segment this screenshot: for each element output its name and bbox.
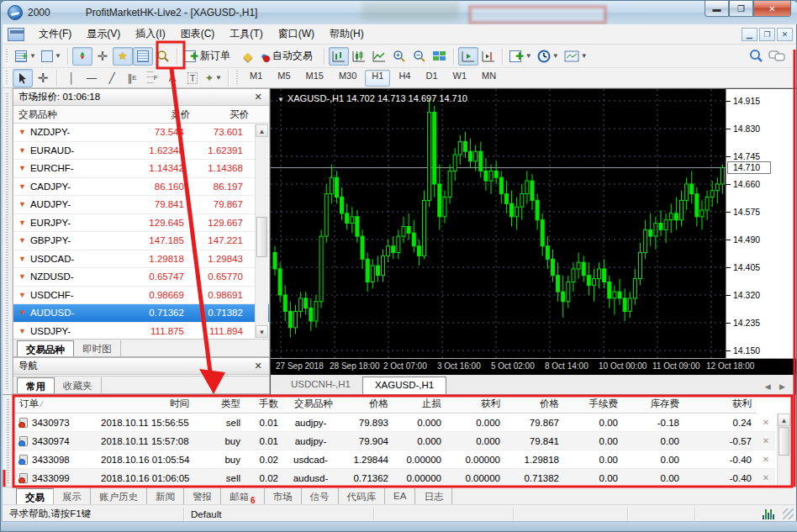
- orders-col-0[interactable]: 订单 ∕: [14, 398, 96, 410]
- text-tool-button[interactable]: A: [162, 69, 182, 87]
- col-ask[interactable]: 买价: [197, 108, 256, 121]
- market-watch-header[interactable]: 交易品种 卖价 买价: [13, 106, 269, 124]
- orders-col-4[interactable]: 交易品种: [283, 398, 338, 410]
- terminal-scrollbar[interactable]: ▲: [777, 413, 790, 487]
- menu-item-4[interactable]: 工具(T): [222, 24, 270, 45]
- col-symbol[interactable]: 交易品种: [13, 108, 128, 121]
- market-watch-row[interactable]: ▼USDCHF-0.986690.98691: [13, 287, 269, 305]
- orders-table-header[interactable]: 订单 ∕时间类型手数交易品种价格止损获利价格手续费库存费获利: [14, 395, 757, 413]
- horizontal-line-tool-button[interactable]: —: [82, 69, 102, 87]
- terminal-tab-信号[interactable]: 信号: [302, 488, 339, 504]
- chart-plot-area[interactable]: [271, 89, 726, 358]
- terminal-toggle-button[interactable]: [133, 47, 153, 66]
- market-watch-row[interactable]: ▼CADJPY-86.16086.197: [13, 178, 269, 197]
- zoom-out-button[interactable]: [409, 47, 430, 66]
- strategy-tester-button[interactable]: [153, 47, 173, 66]
- equidistant-channel-tool-button[interactable]: ∥E: [122, 69, 142, 87]
- arrows-tool-button[interactable]: ✦▼: [203, 69, 224, 87]
- navigator-caption[interactable]: 导航 ✕: [13, 358, 269, 375]
- col-bid[interactable]: 卖价: [128, 108, 197, 121]
- child-restore-button[interactable]: ❐: [759, 28, 775, 41]
- line-chart-type-button[interactable]: [369, 47, 389, 66]
- periods-button[interactable]: ▼: [535, 47, 562, 66]
- chart-shift-button[interactable]: [478, 47, 499, 66]
- market-watch-tab-即时图[interactable]: 即时图: [74, 340, 121, 356]
- timeframe-h4[interactable]: H4: [392, 70, 417, 87]
- scrollbar-thumb[interactable]: [779, 427, 789, 456]
- orders-col-10[interactable]: 库存费: [623, 398, 684, 410]
- bar-chart-type-button[interactable]: [329, 47, 349, 66]
- restore-button[interactable]: ❐: [729, 1, 753, 17]
- terminal-tab-警报[interactable]: 警报: [184, 488, 221, 504]
- chart-tab-scroll-icons[interactable]: ◀ ▶: [765, 382, 789, 394]
- zoom-in-button[interactable]: [389, 47, 409, 66]
- orders-col-1[interactable]: 时间: [96, 398, 194, 410]
- market-watch-close-icon[interactable]: ✕: [252, 92, 264, 103]
- menu-item-2[interactable]: 插入(I): [128, 24, 172, 45]
- terminal-tab-交易[interactable]: 交易: [16, 488, 54, 504]
- text-label-tool-button[interactable]: T: [182, 69, 203, 87]
- orders-col-8[interactable]: 价格: [505, 398, 564, 410]
- order-row[interactable]: 34330982018.10.16 01:05:54buy0.02usdcad-…: [14, 450, 775, 469]
- child-close-button[interactable]: ✕: [777, 28, 793, 41]
- scrollbar-thumb[interactable]: [256, 217, 267, 257]
- market-watch-row[interactable]: ▼USDJPY-111.875111.894: [13, 323, 269, 341]
- menu-item-1[interactable]: 显示(V): [79, 24, 128, 45]
- scroll-down-icon[interactable]: ▼: [256, 325, 268, 338]
- cursor-tool-button[interactable]: [13, 69, 33, 87]
- timeframe-m15[interactable]: M15: [299, 70, 330, 87]
- timeframe-m1[interactable]: M1: [243, 70, 269, 87]
- scroll-up-icon[interactable]: ▲: [256, 124, 268, 137]
- menu-item-5[interactable]: 窗口(W): [271, 24, 322, 45]
- close-order-icon[interactable]: ✕: [757, 418, 775, 427]
- market-watch-row[interactable]: ▼NZDJPY-73.54473.601: [13, 124, 269, 142]
- auto-scroll-button[interactable]: [458, 47, 478, 66]
- terminal-tab-展示[interactable]: 展示: [54, 488, 91, 504]
- chart-tab-XAGUSD-,H1[interactable]: XAGUSD-,H1: [362, 377, 446, 394]
- market-watch-toggle-button[interactable]: ▲▼: [72, 47, 92, 66]
- chat-button[interactable]: [766, 47, 788, 66]
- autotrading-button[interactable]: ●⬤ 自动交易: [258, 47, 320, 66]
- new-chart-button[interactable]: +▼: [13, 47, 39, 66]
- market-watch-scrollbar[interactable]: ▲ ▼: [255, 124, 268, 338]
- market-watch-row[interactable]: ▼USDCAD-1.298181.29843: [13, 250, 269, 269]
- close-order-icon[interactable]: ✕: [757, 473, 775, 482]
- terminal-tab-EA[interactable]: EA: [385, 488, 415, 504]
- timeframe-h1[interactable]: H1: [365, 70, 390, 87]
- metaeditor-button[interactable]: ◆: [238, 47, 258, 66]
- orders-col-7[interactable]: 获利: [446, 398, 505, 410]
- resize-grip[interactable]: [783, 508, 794, 519]
- market-watch-row[interactable]: ▼AUDUSD-0.713620.71382: [13, 304, 269, 323]
- child-minimize-button[interactable]: ▁: [742, 28, 757, 41]
- search-button[interactable]: [746, 47, 766, 66]
- orders-col-2[interactable]: 类型: [194, 398, 245, 410]
- orders-col-5[interactable]: 价格: [338, 398, 393, 410]
- close-button[interactable]: ✕: [753, 1, 791, 17]
- timeframe-m5[interactable]: M5: [271, 70, 297, 87]
- chart-price-axis[interactable]: 14.91514.83014.74514.66014.57514.49014.4…: [726, 89, 796, 358]
- terminal-tab-新闻[interactable]: 新闻: [147, 488, 184, 504]
- vertical-line-tool-button[interactable]: │: [61, 69, 82, 87]
- market-watch-tab-交易品种[interactable]: 交易品种: [17, 340, 74, 356]
- timeframe-m30[interactable]: M30: [332, 70, 363, 87]
- candlestick-type-button[interactable]: [349, 47, 369, 66]
- toolbar-grip[interactable]: [5, 49, 9, 64]
- chart-window-icon[interactable]: [8, 28, 24, 41]
- menu-item-6[interactable]: 帮助(H): [322, 24, 372, 45]
- data-window-button[interactable]: ✛: [92, 47, 113, 66]
- timeframe-d1[interactable]: D1: [419, 70, 444, 87]
- title-bar[interactable]: 2000 ProfitMarketHK-Live2 - [XAGUSD-,H1]…: [1, 1, 797, 24]
- tile-windows-button[interactable]: [430, 47, 450, 66]
- market-watch-row[interactable]: ▼EURCHF-1.143421.14368: [13, 160, 269, 178]
- terminal-tab-市场[interactable]: 市场: [265, 488, 302, 504]
- profiles-button[interactable]: ▼: [39, 47, 64, 66]
- orders-col-9[interactable]: 手续费: [564, 398, 623, 410]
- terminal-tab-日志[interactable]: 日志: [415, 488, 452, 504]
- terminal-tab-账户历史[interactable]: 账户历史: [91, 488, 147, 504]
- terminal-tab-邮箱[interactable]: 邮箱6: [221, 488, 265, 504]
- orders-col-6[interactable]: 止损: [393, 398, 446, 410]
- market-watch-row[interactable]: ▼EURAUD-1.623481.62391: [13, 142, 269, 161]
- minimize-button[interactable]: ▬: [705, 1, 729, 17]
- order-row[interactable]: 34309732018.10.11 15:56:55sell0.01audjpy…: [14, 413, 775, 432]
- order-row[interactable]: 34309742018.10.11 15:57:08buy0.01audjpy-…: [14, 432, 775, 450]
